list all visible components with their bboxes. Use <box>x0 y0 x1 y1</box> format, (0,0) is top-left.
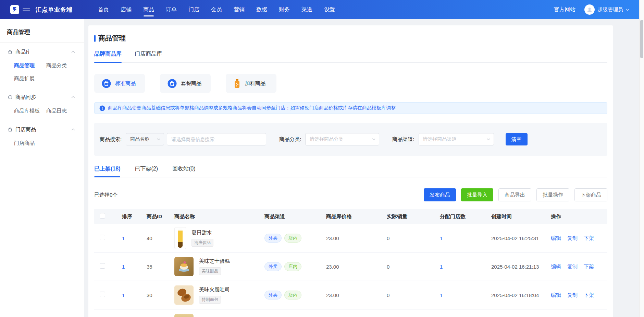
cell-store-count[interactable]: 1 <box>432 292 483 298</box>
tab-on-sale[interactable]: 已上架(18) <box>94 165 120 177</box>
sidebar-item-library-template[interactable]: 商品库模板 <box>14 104 46 117</box>
search-field-select[interactable]: 商品名称 <box>126 133 164 145</box>
cell-sort[interactable]: 1 <box>115 292 140 298</box>
sidebar-item-store-product[interactable]: 门店商品 <box>14 137 46 150</box>
nav-item-home[interactable]: 首页 <box>98 1 109 19</box>
main-menu: 首页 店铺 商品 订单 门店 会员 营销 数据 财务 渠道 设置 <box>98 1 335 19</box>
edit-link[interactable]: 编辑 <box>551 263 561 270</box>
chevron-up-icon[interactable] <box>71 51 75 53</box>
cell-sales: 0 <box>379 264 432 270</box>
take-down-link[interactable]: 下架 <box>584 292 594 298</box>
group-label: 门店商品 <box>15 126 71 133</box>
cell-channels: 外卖 店内 <box>256 234 318 243</box>
cell-operations: 编辑 复制 下架 <box>543 292 607 298</box>
type-card-label: 标准商品 <box>115 80 136 87</box>
cell-created-time: 2025-04-02 16:18:04 <box>483 292 543 298</box>
scrollbar-thumb[interactable] <box>640 20 643 58</box>
cell-store-count[interactable]: 1 <box>432 235 483 241</box>
tab-off-sale[interactable]: 已下架(2) <box>135 165 158 177</box>
col-operations: 操作 <box>543 213 607 220</box>
tab-brand-library[interactable]: 品牌商品库 <box>94 50 122 62</box>
col-created: 创建时间 <box>483 213 543 220</box>
row-checkbox[interactable] <box>100 292 105 297</box>
take-down-link[interactable]: 下架 <box>584 263 594 270</box>
category-label: 商品分类: <box>279 136 301 143</box>
product-name: 美味芝士蛋糕 <box>199 258 230 265</box>
copy-link[interactable]: 复制 <box>567 263 578 270</box>
sidebar-item-product-log[interactable]: 商品日志 <box>46 104 78 117</box>
sidebar-item-product-extend[interactable]: 商品扩展 <box>14 72 46 85</box>
nav-item-settings[interactable]: 设置 <box>324 1 335 19</box>
edit-link[interactable]: 编辑 <box>551 235 561 242</box>
cell-created-time: 2025-04-02 16:25:31 <box>483 235 543 241</box>
cell-product-id: 35 <box>140 264 166 270</box>
user-menu[interactable]: 超级管理员 <box>584 4 630 15</box>
channel-select[interactable]: 请选择商品渠道 <box>419 133 494 145</box>
edit-link[interactable]: 编辑 <box>551 292 561 298</box>
official-site-link[interactable]: 官方网站 <box>554 6 575 13</box>
top-navbar: 汇点单业务端 首页 店铺 商品 订单 门店 会员 营销 数据 财务 渠道 设置 … <box>0 0 639 19</box>
take-down-link[interactable]: 下架 <box>584 235 594 242</box>
product-name: 夏日甜水 <box>191 230 213 236</box>
nav-item-marketing[interactable]: 营销 <box>234 1 245 19</box>
main-content-card: 商品管理 品牌商品库 门店商品库 标准商品 套餐商品 <box>88 25 613 317</box>
copy-link[interactable]: 复制 <box>567 292 578 298</box>
nav-item-order[interactable]: 订单 <box>166 1 177 19</box>
nav-item-member[interactable]: 会员 <box>211 1 222 19</box>
bag-icon <box>8 49 13 55</box>
sidebar-group-store-product[interactable]: 门店商品 <box>0 122 84 137</box>
batch-import-button[interactable]: 批量导入 <box>461 188 493 201</box>
sidebar-item-product-category[interactable]: 商品分类 <box>46 59 78 72</box>
cell-product-id: 30 <box>140 292 166 298</box>
chevron-up-icon[interactable] <box>71 128 75 131</box>
vertical-scrollbar[interactable] <box>639 0 644 317</box>
sidebar-item-product-manage[interactable]: 商品管理 <box>14 59 46 72</box>
export-product-button[interactable]: 商品导出 <box>498 188 531 201</box>
nav-item-data[interactable]: 数据 <box>256 1 267 19</box>
type-card-combo[interactable]: 套餐商品 <box>160 74 211 93</box>
cell-product-name: 美味火腿吐司 特制面包 <box>166 285 256 305</box>
col-sales: 实际销量 <box>379 213 432 220</box>
nav-item-channel[interactable]: 渠道 <box>301 1 312 19</box>
row-checkbox[interactable] <box>100 235 105 240</box>
tab-recycle-bin[interactable]: 回收站(0) <box>172 165 196 177</box>
publish-product-button[interactable]: 发布商品 <box>424 188 456 201</box>
search-input[interactable] <box>167 133 266 145</box>
take-down-button[interactable]: 下架商品 <box>574 188 607 201</box>
product-category-tag: 美味甜品 <box>199 267 221 275</box>
copy-link[interactable]: 复制 <box>567 235 578 242</box>
cell-price: 23.00 <box>318 235 379 241</box>
select-all-checkbox[interactable] <box>100 213 105 219</box>
type-card-topping[interactable]: 加料商品 <box>226 74 276 93</box>
batch-operate-button[interactable]: 批量操作 <box>536 188 569 201</box>
chevron-up-icon[interactable] <box>71 96 75 98</box>
nav-item-product[interactable]: 商品 <box>143 1 154 19</box>
cell-sort[interactable]: 1 <box>115 235 140 241</box>
cell-product-name: 夏日甜水 清爽饮品 <box>166 227 256 249</box>
channel-chip-instore: 店内 <box>284 234 301 243</box>
app-window: 汇点单业务端 首页 店铺 商品 订单 门店 会员 营销 数据 财务 渠道 设置 … <box>0 0 644 317</box>
col-channel: 商品渠道 <box>256 213 318 220</box>
nav-item-branch[interactable]: 门店 <box>188 1 199 19</box>
row-checkbox[interactable] <box>100 263 105 269</box>
sidebar-group-product-sync[interactable]: 商品同步 <box>0 90 84 104</box>
nav-item-store[interactable]: 店铺 <box>121 1 132 19</box>
tab-store-library[interactable]: 门店商品库 <box>135 50 162 62</box>
channel-chip-instore: 店内 <box>284 291 301 300</box>
clear-button[interactable]: 清空 <box>506 133 528 145</box>
category-select[interactable]: 请选择商品分类 <box>305 133 379 145</box>
status-tabs: 已上架(18) 已下架(2) 回收站(0) <box>94 165 607 177</box>
table-row: 1 40 夏日甜水 清爽饮品 外卖 店内 23.00 0 1 2025-04-0… <box>94 224 607 253</box>
cell-sort[interactable]: 1 <box>115 264 140 270</box>
col-sort: 排序 <box>115 213 140 220</box>
cell-store-count[interactable]: 1 <box>432 264 483 270</box>
table-row-partial <box>94 309 607 317</box>
nav-item-finance[interactable]: 财务 <box>279 1 290 19</box>
cell-product-name: 美味芝士蛋糕 美味甜品 <box>166 257 256 276</box>
cell-sales: 0 <box>379 235 432 241</box>
type-card-label: 加料商品 <box>245 80 265 87</box>
product-category-tag: 特制面包 <box>199 296 221 304</box>
product-image <box>174 285 194 305</box>
sidebar-group-product-library[interactable]: 商品库 <box>0 45 84 59</box>
type-card-standard[interactable]: 标准商品 <box>94 74 145 93</box>
